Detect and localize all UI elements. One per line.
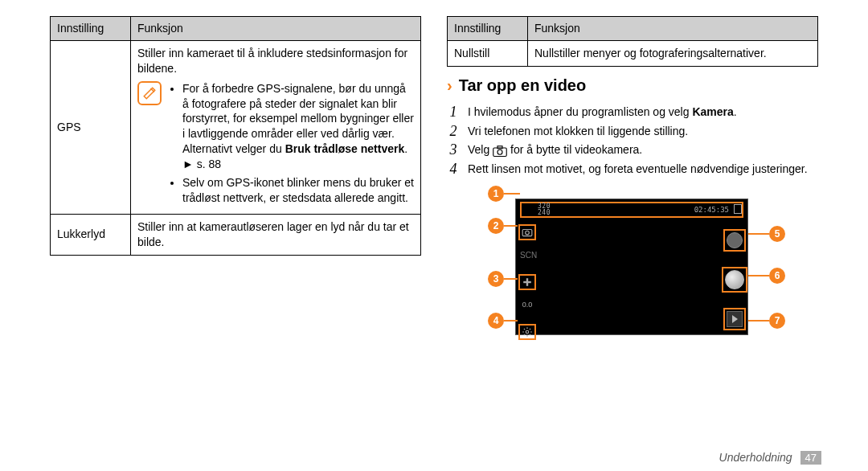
camera-screen [515, 199, 748, 335]
pencil-note-icon [137, 81, 162, 105]
th-function-r: Funksjon [528, 17, 818, 41]
settings-table-reset: Innstilling Funksjon Nullstill Nullstill… [447, 16, 818, 67]
table-row: Lukkerlyd Stiller inn at kamerautløseren… [51, 214, 421, 255]
table-row: GPS Stiller inn kameraet til å inkludere… [51, 40, 421, 214]
callout-1: 1 [488, 186, 504, 202]
step-1-text: I hvilemodus åpner du programlisten og v… [468, 104, 818, 120]
storage-icon [734, 204, 742, 214]
section-title: Tar opp en video [459, 75, 587, 96]
row-reset-desc: Nullstiller menyer og fotograferingsalte… [528, 40, 818, 66]
section-heading: › Tar opp en video [447, 75, 818, 96]
camera-switch-icon [493, 145, 507, 157]
callout-5: 5 [769, 226, 785, 242]
svg-point-7 [526, 330, 529, 334]
step-2: 2 Vri telefonen mot klokken til liggende… [447, 124, 818, 140]
callout-6: 6 [769, 268, 785, 284]
table-row: Nullstill Nullstiller menyer og fotograf… [448, 40, 818, 66]
callout-3: 3 [488, 271, 504, 287]
svg-rect-0 [493, 148, 507, 157]
left-column: Innstilling Funksjon GPS Stiller inn kam… [40, 16, 431, 463]
gps-intro: Stiller inn kameraet til å inkludere ste… [137, 46, 414, 76]
settings-gear-icon [518, 324, 536, 340]
camera-right-controls [724, 229, 745, 330]
th-setting: Innstilling [51, 17, 131, 41]
row-gps-desc: Stiller inn kameraet til å inkludere ste… [131, 40, 421, 214]
row-reset-label: Nullstill [448, 40, 528, 66]
record-timer: 02:45:35 [694, 205, 729, 215]
scene-mode-label: SCN [520, 250, 534, 264]
callout-2: 2 [488, 218, 504, 234]
callout-4: 4 [488, 313, 504, 329]
row-shutter-desc: Stiller inn at kamerautløseren lager en … [131, 214, 421, 255]
svg-rect-6 [523, 281, 531, 283]
step-4: 4 Rett linsen mot motivet, og foreta eve… [447, 162, 818, 178]
step-3-text: Velg for å bytte til videokamera. [468, 142, 818, 158]
gps-note-list: For å forbedre GPS-signalene, bør du unn… [168, 81, 414, 209]
gps-bullet-1: For å forbedre GPS-signalene, bør du unn… [182, 81, 414, 172]
camera-left-controls: SCN 0.0 [518, 224, 537, 340]
row-shutter-label: Lukkerlyd [51, 214, 131, 255]
svg-rect-2 [497, 145, 502, 148]
gallery-play-button [723, 308, 746, 330]
step-3: 3 Velg for å bytte til videokamera. [447, 142, 818, 158]
mode-toggle-icon [518, 224, 536, 240]
chevron-right-icon: › [447, 75, 452, 96]
exposure-control [518, 274, 536, 290]
camera-figure: 320 240 02:45:35 SCN 0.0 [464, 184, 801, 345]
svg-point-1 [497, 149, 502, 154]
svg-point-4 [526, 231, 530, 235]
right-column: Innstilling Funksjon Nullstill Nullstill… [437, 16, 828, 463]
page-number: 47 [800, 451, 821, 465]
resolution-indicator: 320 240 [538, 203, 551, 216]
exposure-value: 0.0 [520, 300, 534, 314]
th-setting-r: Innstilling [448, 17, 528, 41]
th-function: Funksjon [131, 17, 421, 41]
step-1: 1 I hvilemodus åpner du programlisten og… [447, 104, 818, 121]
settings-table-gps: Innstilling Funksjon GPS Stiller inn kam… [50, 16, 421, 256]
camera-mode-switch [723, 229, 746, 252]
page-footer: Underholdning 47 [719, 451, 821, 465]
shutter-button [722, 267, 747, 293]
steps-list: 1 I hvilemodus åpner du programlisten og… [447, 104, 818, 178]
footer-section: Underholdning [719, 451, 792, 464]
row-gps-label: GPS [51, 40, 131, 214]
gps-bullet-2: Selv om GPS-ikonet blinker mens du bruke… [182, 175, 414, 206]
callout-7: 7 [769, 313, 785, 329]
